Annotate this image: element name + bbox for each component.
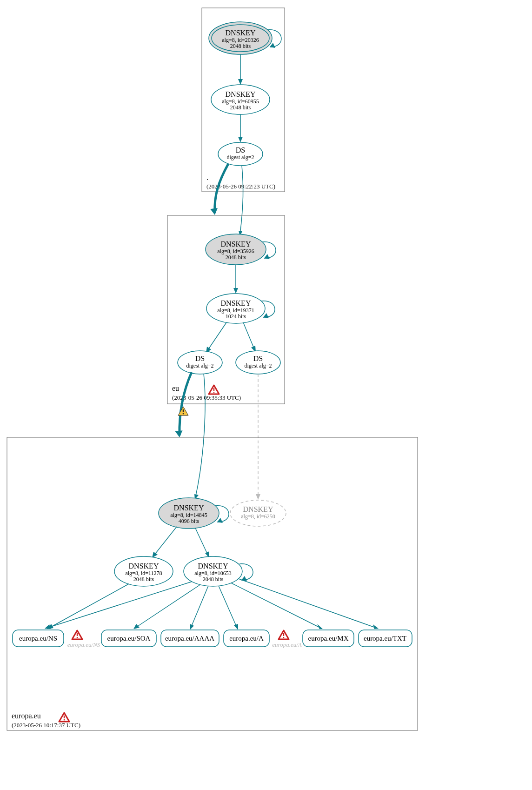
zone-europa-name: europa.eu bbox=[12, 712, 41, 720]
node-europa-zsk2: DNSKEY alg=8, id=10653 2048 bits bbox=[184, 556, 242, 586]
svg-text:europa.eu/MX: europa.eu/MX bbox=[308, 635, 348, 642]
svg-text:DNSKEY: DNSKEY bbox=[129, 562, 159, 570]
zone-europa-time: (2023-05-26 10:17:37 UTC) bbox=[12, 722, 80, 729]
svg-text:alg=8, id=20326: alg=8, id=20326 bbox=[222, 37, 259, 43]
node-europa-ghost: DNSKEY alg=8, id=6250 bbox=[230, 500, 286, 526]
zone-eu-name: eu bbox=[172, 384, 179, 392]
svg-marker-72 bbox=[373, 624, 379, 629]
svg-text:DNSKEY: DNSKEY bbox=[174, 504, 204, 512]
svg-text:alg=8, id=60955: alg=8, id=60955 bbox=[222, 98, 259, 105]
svg-text:alg=8, id=35926: alg=8, id=35926 bbox=[217, 248, 254, 254]
node-root-zsk: DNSKEY alg=8, id=60955 2048 bits bbox=[211, 85, 270, 114]
svg-marker-29 bbox=[233, 288, 238, 294]
svg-marker-17 bbox=[238, 137, 243, 142]
rrset-txt: europa.eu/TXT bbox=[359, 630, 412, 647]
svg-text:DS: DS bbox=[236, 146, 245, 154]
svg-text:alg=8, id=10653: alg=8, id=10653 bbox=[194, 570, 232, 576]
svg-text:DNSKEY: DNSKEY bbox=[221, 299, 251, 307]
svg-text:1024 bits: 1024 bits bbox=[226, 313, 246, 320]
rrset-soa: europa.eu/SOA bbox=[101, 630, 156, 647]
rrset-mx: europa.eu/MX bbox=[303, 630, 354, 647]
node-root-ds: DS digest alg=2 bbox=[218, 142, 263, 166]
zone-eu: eu (2023-05-26 09:35:33 UTC) DNSKEY alg=… bbox=[167, 215, 285, 404]
svg-text:digest alg=2: digest alg=2 bbox=[226, 154, 254, 161]
svg-text:DNSKEY: DNSKEY bbox=[226, 90, 256, 98]
svg-text:2048 bits: 2048 bits bbox=[133, 576, 154, 582]
rrset-ns: europa.eu/NS bbox=[13, 630, 64, 647]
node-root-ksk: DNSKEY alg=8, id=20326 2048 bits bbox=[209, 22, 272, 54]
svg-text:DS: DS bbox=[253, 355, 263, 362]
zone-europa-eu: europa.eu (2023-05-26 10:17:37 UTC) DNSK… bbox=[7, 437, 418, 730]
svg-marker-67 bbox=[45, 624, 51, 629]
svg-text:digest alg=2: digest alg=2 bbox=[244, 362, 272, 369]
svg-text:alg=8, id=11278: alg=8, id=11278 bbox=[125, 570, 162, 576]
rrset-ghost-ns: europa.eu/NS bbox=[67, 641, 100, 648]
svg-marker-68 bbox=[133, 624, 140, 629]
warning-icon bbox=[59, 713, 69, 722]
rrset-aaaa: europa.eu/AAAA bbox=[161, 630, 219, 647]
svg-text:DS: DS bbox=[195, 355, 205, 362]
svg-text:europa.eu/NS: europa.eu/NS bbox=[19, 635, 57, 642]
warning-icon bbox=[72, 630, 82, 639]
svg-text:europa.eu/TXT: europa.eu/TXT bbox=[364, 635, 406, 642]
warning-icon bbox=[209, 385, 219, 394]
svg-text:DNSKEY: DNSKEY bbox=[243, 505, 273, 513]
svg-text:europa.eu/A: europa.eu/A bbox=[229, 635, 264, 642]
svg-text:digest alg=2: digest alg=2 bbox=[186, 362, 213, 369]
dnssec-auth-graph: . (2023-05-26 09:22:23 UTC) DNSKEY alg=8… bbox=[0, 0, 532, 790]
svg-marker-12 bbox=[238, 79, 243, 85]
svg-text:2048 bits: 2048 bits bbox=[226, 254, 246, 261]
node-eu-zsk: DNSKEY alg=8, id=19371 1024 bits bbox=[206, 294, 265, 323]
svg-text:alg=8, id=14845: alg=8, id=14845 bbox=[170, 512, 207, 518]
node-eu-ksk: DNSKEY alg=8, id=35926 2048 bits bbox=[206, 234, 266, 265]
rrset-a: europa.eu/A bbox=[224, 630, 269, 647]
node-europa-ksk: DNSKEY alg=8, id=14845 4096 bits bbox=[159, 498, 219, 529]
svg-marker-45 bbox=[256, 494, 260, 500]
node-eu-ds2: DS digest alg=2 bbox=[236, 351, 280, 374]
zone-root-name: . bbox=[206, 174, 208, 181]
svg-text:2048 bits: 2048 bits bbox=[230, 104, 251, 111]
svg-text:2048 bits: 2048 bits bbox=[230, 43, 251, 49]
svg-text:DNSKEY: DNSKEY bbox=[221, 240, 251, 248]
svg-marker-43 bbox=[175, 430, 183, 438]
node-eu-ds1: DS digest alg=2 bbox=[178, 351, 222, 374]
zone-root: . (2023-05-26 09:22:23 UTC) DNSKEY alg=8… bbox=[202, 8, 285, 192]
node-europa-zsk1: DNSKEY alg=8, id=11278 2048 bits bbox=[114, 556, 173, 586]
svg-marker-21 bbox=[210, 208, 219, 215]
warning-icon bbox=[279, 630, 289, 639]
svg-text:4096 bits: 4096 bits bbox=[179, 518, 200, 524]
svg-marker-70 bbox=[234, 624, 238, 630]
svg-text:DNSKEY: DNSKEY bbox=[198, 562, 228, 570]
svg-text:europa.eu/SOA: europa.eu/SOA bbox=[107, 635, 151, 642]
node-root-ksk-title: DNSKEY bbox=[226, 29, 256, 37]
svg-text:alg=8, id=19371: alg=8, id=19371 bbox=[217, 307, 254, 314]
svg-text:2048 bits: 2048 bits bbox=[203, 576, 224, 582]
svg-text:alg=8, id=6250: alg=8, id=6250 bbox=[241, 513, 275, 520]
svg-text:europa.eu/AAAA: europa.eu/AAAA bbox=[165, 635, 214, 642]
rrset-ghost-a: europa.eu/A bbox=[272, 641, 301, 648]
